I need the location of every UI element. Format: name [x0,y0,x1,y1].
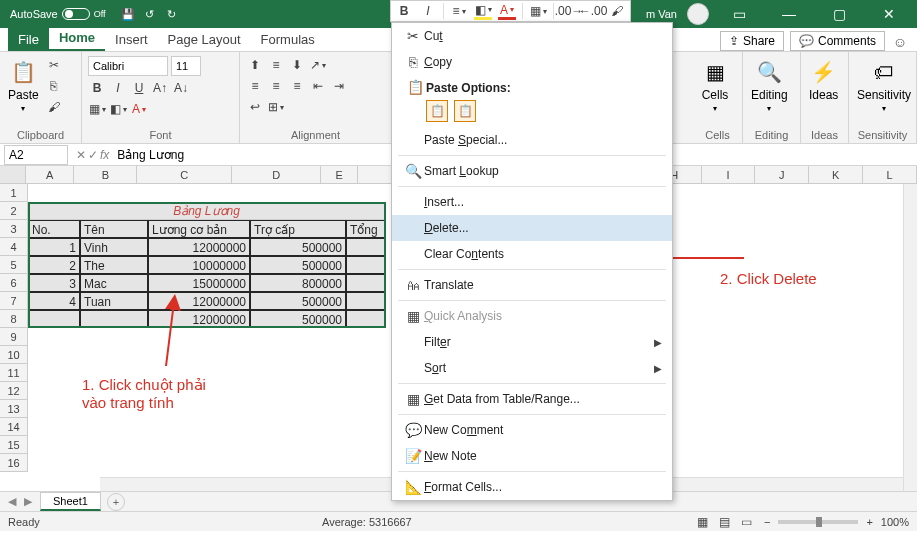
cell[interactable]: 500000 [250,238,346,256]
page-layout-view-icon[interactable]: ▤ [716,513,734,531]
decrease-font-icon[interactable]: A↓ [172,79,190,97]
borders-icon[interactable]: ▦ [529,2,547,20]
avatar[interactable] [687,3,709,25]
cell[interactable]: Vinh [80,238,148,256]
column-header[interactable]: K [809,166,863,183]
row-header[interactable]: 7 [0,292,28,310]
borders-icon[interactable]: ▦ [88,100,106,118]
tab-insert[interactable]: Insert [105,28,158,51]
undo-icon[interactable]: ↺ [142,6,158,22]
cm-format-cells[interactable]: 📐Format Cells... [392,474,672,500]
wrap-text-icon[interactable]: ↩ [246,98,264,116]
increase-font-icon[interactable]: A↑ [151,79,169,97]
cell[interactable]: The [80,256,148,274]
cell[interactable]: 10000000 [148,256,250,274]
cut-icon[interactable]: ✂ [45,56,63,74]
cell[interactable] [346,238,386,256]
cell[interactable]: Mac [80,274,148,292]
column-header[interactable]: J [755,166,809,183]
font-size-select[interactable]: 11 [171,56,201,76]
cell[interactable] [346,310,386,328]
cell[interactable]: Tổng [346,220,386,238]
sheet-nav-next-icon[interactable]: ▶ [20,495,36,508]
cancel-formula-icon[interactable]: ✕ [76,148,86,162]
cell[interactable]: Tên [80,220,148,238]
cm-translate[interactable]: 🗛Translate [392,272,672,298]
decrease-indent-icon[interactable]: ⇤ [309,77,327,95]
increase-indent-icon[interactable]: ⇥ [330,77,348,95]
row-header[interactable]: 3 [0,220,28,238]
cells-button[interactable]: ▦Cells▾ [699,56,731,115]
align-left-icon[interactable]: ≡ [246,77,264,95]
cell[interactable] [346,256,386,274]
fill-color-icon[interactable]: ◧ [474,2,492,20]
cm-filter[interactable]: Filter▶ [392,329,672,355]
cm-copy[interactable]: ⎘Copy [392,49,672,75]
cell[interactable]: Lương cơ bản [148,220,250,238]
ideas-button[interactable]: ⚡Ideas [807,56,840,104]
cm-delete[interactable]: Delete... [392,215,672,241]
page-break-view-icon[interactable]: ▭ [738,513,756,531]
row-header[interactable]: 13 [0,400,28,418]
bold-icon[interactable]: B [88,79,106,97]
cell[interactable]: 2 [28,256,80,274]
cell[interactable]: 3 [28,274,80,292]
font-name-select[interactable]: Calibri [88,56,168,76]
column-header[interactable]: I [702,166,756,183]
smiley-icon[interactable]: ☺ [891,33,909,51]
align-bottom-icon[interactable]: ⬇ [288,56,306,74]
column-header[interactable]: D [232,166,321,183]
close-button[interactable]: ✕ [869,0,909,28]
zoom-level[interactable]: 100% [881,516,909,528]
zoom-out-icon[interactable]: − [764,516,770,528]
cm-new-note[interactable]: 📝New Note [392,443,672,469]
cell[interactable] [28,310,80,328]
cell[interactable]: Tuan [80,292,148,310]
copy-icon[interactable]: ⎘ [45,77,63,95]
column-header[interactable]: B [74,166,137,183]
cm-new-comment[interactable]: 💬New Comment [392,417,672,443]
italic-icon[interactable]: I [419,2,437,20]
tab-formulas[interactable]: Formulas [251,28,325,51]
align-top-icon[interactable]: ⬆ [246,56,264,74]
cell[interactable]: Trợ cấp [250,220,346,238]
align-icon[interactable]: ≡ [450,2,468,20]
row-header[interactable]: 10 [0,346,28,364]
cm-get-data[interactable]: ▦Get Data from Table/Range... [392,386,672,412]
row-header[interactable]: 4 [0,238,28,256]
row-header[interactable]: 16 [0,454,28,472]
font-color-icon[interactable]: A [498,2,516,20]
align-center-icon[interactable]: ≡ [267,77,285,95]
underline-icon[interactable]: U [130,79,148,97]
cell[interactable]: 15000000 [148,274,250,292]
row-header[interactable]: 11 [0,364,28,382]
table-title-cell[interactable]: Bảng Lương [28,202,386,220]
column-header[interactable]: E [321,166,358,183]
column-header[interactable]: L [863,166,917,183]
tab-page-layout[interactable]: Page Layout [158,28,251,51]
minimize-button[interactable]: ― [769,0,809,28]
fx-icon[interactable]: fx [100,148,109,162]
row-header[interactable]: 15 [0,436,28,454]
cell[interactable]: 500000 [250,310,346,328]
comments-button[interactable]: 💬Comments [790,31,885,51]
vertical-scrollbar[interactable] [903,184,917,491]
row-header[interactable]: 8 [0,310,28,328]
cm-smart-lookup[interactable]: 🔍Smart Lookup [392,158,672,184]
decrease-decimal-icon[interactable]: ←.00 [584,2,602,20]
cm-sort[interactable]: Sort▶ [392,355,672,381]
cell[interactable] [80,310,148,328]
save-icon[interactable]: 💾 [120,6,136,22]
row-header[interactable]: 14 [0,418,28,436]
name-box[interactable]: A2 [4,145,68,165]
redo-icon[interactable]: ↻ [164,6,180,22]
cm-paste-special[interactable]: Paste Special... [392,127,672,153]
increase-decimal-icon[interactable]: .00→ [560,2,578,20]
cell[interactable]: 12000000 [148,238,250,256]
sensitivity-button[interactable]: 🏷Sensitivity▾ [855,56,913,115]
row-header[interactable]: 2 [0,202,28,220]
cell[interactable]: 1 [28,238,80,256]
align-middle-icon[interactable]: ≡ [267,56,285,74]
paste-button[interactable]: 📋 Paste ▾ [6,56,41,115]
paste-values-icon[interactable]: 📋 [454,100,476,122]
